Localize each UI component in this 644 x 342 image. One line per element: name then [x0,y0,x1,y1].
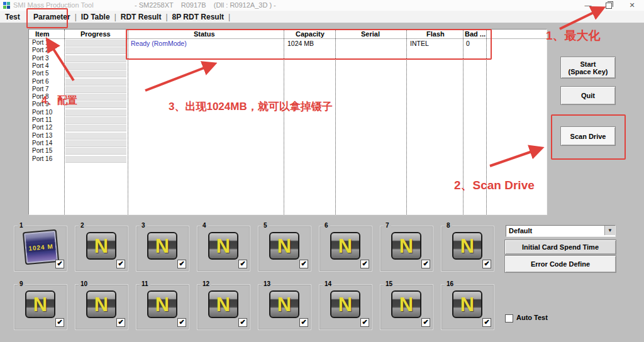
col-header-item[interactable]: Item [35,30,50,38]
maximize-button[interactable] [601,0,617,10]
table-row[interactable]: Port 8 [29,93,547,101]
card-slot: 7 N ✔ [380,226,433,272]
annotation-text-maximize: 1、最大化 [546,28,601,44]
table-row[interactable]: Port 15 [29,147,547,155]
tab-strip: Parameter|ID Table|RDT Result|8P RDT Res… [29,13,230,21]
tab-parameter[interactable]: Parameter [29,13,75,21]
tab-8p-rdt-result[interactable]: 8P RDT Result [168,13,228,21]
table-row[interactable]: Port 4 [29,62,547,70]
col-header-flash[interactable]: Flash [426,30,445,38]
port-label: Port 12 [32,124,52,131]
card-slot-number: 11 [140,280,150,287]
port-label: Port 7 [32,86,49,92]
chevron-down-icon[interactable]: ▼ [604,226,615,235]
col-header-serial[interactable]: Serial [361,30,380,38]
card-slot-checkbox[interactable]: ✔ [360,318,369,327]
progress-bar [65,47,126,54]
table-row[interactable]: Port 3 [29,55,547,62]
card-slot-checkbox[interactable]: ✔ [116,318,125,327]
card-slot: 4 N ✔ [197,226,250,272]
scan-drive-button[interactable]: Scan Drive [560,126,616,146]
no-card-icon: N [208,232,238,260]
progress-bar [65,124,126,131]
card-slot: 6 N ✔ [319,226,372,272]
card-slot-number: 14 [323,280,333,287]
card-slot-checkbox[interactable]: ✔ [482,318,491,327]
port-label: Port 11 [32,116,52,123]
quit-button[interactable]: Quit [560,86,616,105]
port-label: Port 16 [32,155,52,162]
tab-rdt-result[interactable]: RDT Result [116,13,166,21]
card-slot: 3 N ✔ [136,226,189,272]
progress-bar [65,86,126,93]
col-header-status[interactable]: Status [194,30,215,38]
preset-dropdown[interactable]: Default ▼ [506,225,616,237]
ports-table[interactable]: Item Progress Status Capacity Serial Fla… [28,29,547,215]
card-slot-checkbox[interactable]: ✔ [482,260,491,268]
card-slot-checkbox[interactable]: ✔ [177,318,186,327]
port-label: Port 10 [32,109,52,116]
port-label: Port 9 [32,101,49,108]
table-row[interactable]: Port 12 [29,124,547,131]
start-button[interactable]: Start (Space Key) [560,57,616,79]
card-slot-checkbox[interactable]: ✔ [238,260,247,268]
port-label: Port 15 [32,147,52,154]
no-card-icon: N [86,290,116,318]
table-row[interactable]: Port 10 [29,109,547,116]
progress-bar [65,156,126,163]
table-row[interactable]: Port 5 [29,70,547,77]
card-slot: 1 1024 M ✔ [14,226,67,272]
initial-card-spend-time-button[interactable]: Initial Card Spend Time [504,240,616,255]
card-slot-checkbox[interactable]: ✔ [238,318,247,327]
card-slot-checkbox[interactable]: ✔ [421,318,430,327]
menu-test[interactable]: Test [5,13,20,21]
card-slot: 14 N ✔ [319,284,372,330]
table-row[interactable]: Port 1 [29,39,547,47]
column-separator [335,30,336,214]
card-slot: 9 N ✔ [14,284,67,330]
no-card-icon: N [330,290,360,318]
col-header-bad[interactable]: Bad ... [465,30,486,38]
minimize-button[interactable]: — [580,0,596,10]
table-row[interactable]: Port 9 [29,101,547,108]
table-row[interactable]: Port 6 [29,78,547,86]
card-slot-number: 1 [18,222,25,229]
card-slot-checkbox[interactable]: ✔ [116,260,125,268]
port-label: Port 5 [32,70,49,77]
table-row[interactable]: Port 11 [29,116,547,124]
card-slot-checkbox[interactable]: ✔ [299,318,308,327]
card-slot-number: 8 [445,222,452,229]
card-slot-checkbox[interactable]: ✔ [421,260,430,268]
table-row[interactable]: Port 16 [29,155,547,163]
table-row[interactable]: Port 14 [29,140,547,147]
port-label: Port 1 [32,39,49,46]
error-code-define-button[interactable]: Error Code Define [504,255,616,273]
card-slot: 10 N ✔ [75,284,128,330]
table-row[interactable]: Port 13 [29,132,547,140]
tab-id-table[interactable]: ID Table [77,13,114,21]
card-slot-checkbox[interactable]: ✔ [299,260,308,268]
auto-test-checkbox[interactable] [505,314,513,323]
col-header-progress[interactable]: Progress [80,30,111,38]
close-button[interactable]: ✕ [624,0,640,10]
no-card-icon: N [147,290,177,318]
card-slot: 2 N ✔ [75,226,128,272]
card-slot-number: 3 [140,222,147,229]
no-card-icon: N [391,290,421,318]
table-row[interactable]: Port 2 [29,47,547,54]
no-card-icon: N [25,290,55,318]
card-slot: 5 N ✔ [258,226,311,272]
card-slot: 13 N ✔ [258,284,311,330]
card-slot-checkbox[interactable]: ✔ [55,318,64,327]
progress-bar [65,140,126,147]
card-slot-checkbox[interactable]: ✔ [360,260,369,268]
card-slot-checkbox[interactable]: ✔ [177,260,186,268]
card-slot: 16 N ✔ [441,284,494,330]
col-header-capacity[interactable]: Capacity [296,30,325,38]
progress-bar [65,63,126,70]
table-row[interactable]: Port 7 [29,86,547,93]
card-slot-checkbox[interactable]: ✔ [55,260,64,268]
progress-bar [65,79,126,86]
column-separator [128,30,128,214]
title-bar: SMI Mass Production Tool - SM2258XT R091… [0,0,644,11]
